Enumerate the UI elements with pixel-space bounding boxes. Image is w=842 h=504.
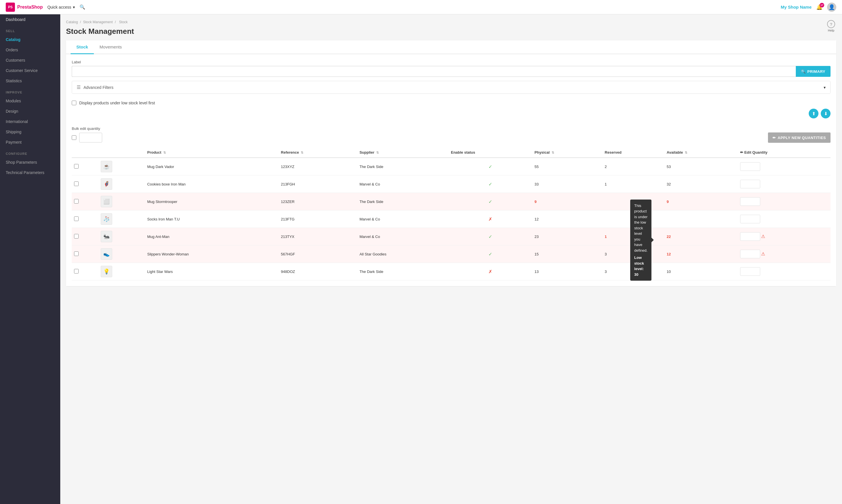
sidebar-item-international[interactable]: International (0, 116, 60, 127)
warning-icon-5: ⚠ (761, 234, 765, 239)
col-reference[interactable]: Reference ⇅ (279, 147, 357, 158)
sidebar-item-statistics[interactable]: Statistics (0, 76, 60, 86)
table-row: 💡Light Star Wars948DOZThe Dark Side✗1331… (72, 263, 830, 281)
row-checkbox-4[interactable] (74, 216, 79, 221)
col-available[interactable]: Available ⇅ (664, 147, 738, 158)
sidebar-item-payment[interactable]: Payment (0, 137, 60, 147)
sort-arrows-supplier: ⇅ (376, 151, 379, 154)
notifications-badge: 17 (820, 3, 824, 7)
tab-movements[interactable]: Movements (94, 40, 128, 54)
row-checkbox-3[interactable] (74, 199, 79, 203)
edit-quantity-input-7[interactable] (740, 267, 760, 276)
upload-button[interactable]: ⬆ (809, 109, 819, 119)
row-checkbox-7[interactable] (74, 269, 79, 273)
bulk-row-left (72, 133, 102, 143)
sort-arrows-physical: ⇅ (552, 151, 554, 154)
col-product[interactable]: Product ⇅ (145, 147, 279, 158)
bulk-quantity-input[interactable] (79, 133, 102, 143)
user-avatar-button[interactable]: 👤 (827, 3, 836, 12)
col-reserved: Reserved (602, 147, 664, 158)
help-icon: ? (827, 20, 835, 28)
table-header-row: Product ⇅ Reference ⇅ Supplier ⇅ Enable … (72, 147, 830, 158)
apply-btn-label: APPLY NEW QUANTITIES (778, 136, 826, 140)
sidebar-item-shipping[interactable]: Shipping (0, 127, 60, 137)
breadcrumb-stock: Stock (119, 20, 128, 24)
sidebar-item-shop-parameters[interactable]: Shop Parameters (0, 157, 60, 167)
product-thumb-7: 💡 (101, 266, 112, 277)
product-name-2: Cookies boxe Iron Man (147, 182, 186, 186)
sidebar-item-customer-service[interactable]: Customer Service (0, 65, 60, 76)
row-checkbox-2[interactable] (74, 181, 79, 186)
label-text: Label (72, 60, 830, 64)
search-row: 🔍 PRIMARY (72, 66, 830, 77)
col-supplier[interactable]: Supplier ⇅ (357, 147, 449, 158)
search-icon-button[interactable]: 🔍 (80, 4, 85, 10)
bulk-select-all-checkbox[interactable] (72, 135, 76, 140)
row-checkbox-5[interactable] (74, 234, 79, 238)
breadcrumb-stock-management[interactable]: Stock Management (83, 20, 113, 24)
stock-table-wrapper: Product ⇅ Reference ⇅ Supplier ⇅ Enable … (66, 147, 836, 286)
help-button[interactable]: ? Help (827, 20, 835, 32)
product-name-4: Socks Iron Man T.U (147, 217, 179, 221)
physical-qty-2: 33 (532, 176, 603, 193)
pencil-icon: ✏ (773, 136, 776, 140)
advanced-filters-toggle[interactable]: ☰ Advanced Filters ▾ (72, 81, 830, 93)
sidebar-item-orders[interactable]: Orders (0, 45, 60, 55)
edit-quantity-input-1[interactable] (740, 162, 760, 171)
product-thumb-6: 👟 (101, 248, 112, 260)
physical-qty-3: 9 (532, 193, 603, 211)
sidebar-item-dashboard[interactable]: Dashboard (0, 14, 60, 25)
row-checkbox-6[interactable] (74, 251, 79, 256)
chevron-down-icon: ▾ (73, 5, 75, 10)
header-left: PS PrestaShop Quick access ▾ 🔍 (6, 3, 85, 12)
apply-new-quantities-button[interactable]: ✏ APPLY NEW QUANTITIES (768, 132, 830, 143)
search-primary-button[interactable]: 🔍 PRIMARY (796, 66, 830, 77)
tab-stock[interactable]: Stock (71, 40, 94, 54)
available-qty-2: 32 (664, 176, 738, 193)
table-row: ☕Mug Dark Vador123XYZThe Dark Side✓55253 (72, 158, 830, 176)
sidebar: Dashboard SELL Catalog Orders Customers … (0, 14, 60, 504)
sidebar-section-configure: CONFIGURE (0, 147, 60, 157)
product-name-7: Light Star Wars (147, 269, 173, 274)
edit-quantity-input-3[interactable] (740, 197, 760, 206)
table-row: 🐜Mug Ant-Man213TYXMarvel & Co✓23122 ⚠ (72, 228, 830, 246)
row-checkbox-1[interactable] (74, 164, 79, 168)
shop-name[interactable]: My Shop Name (780, 5, 812, 10)
table-row: 🦸Cookies boxe Iron Man213FGHMarvel & Co✓… (72, 176, 830, 193)
bulk-edit-label: Bulk edit quantity (72, 126, 830, 131)
available-qty-6: 12 (664, 246, 738, 263)
status-enabled-3: ✓ (488, 199, 492, 204)
download-button[interactable]: ⬇ (821, 109, 830, 119)
page-title: Stock Management (66, 27, 836, 36)
notifications-button[interactable]: 🔔 17 (816, 4, 823, 10)
advanced-filters-left: ☰ Advanced Filters (76, 85, 113, 90)
warning-icon-6: ⚠ (761, 251, 765, 256)
sidebar-item-customers[interactable]: Customers (0, 55, 60, 65)
header-right: My Shop Name 🔔 17 👤 (780, 3, 836, 12)
status-enabled-5: ✓ (488, 234, 492, 239)
logo-text: PrestaShop (17, 5, 43, 10)
sort-arrows-reference: ⇅ (301, 151, 303, 154)
edit-quantity-input-6[interactable] (740, 250, 760, 258)
product-reference-4: 213FTG (279, 211, 357, 228)
low-stock-label[interactable]: Display products under low stock level f… (79, 101, 155, 105)
edit-quantity-input-5[interactable] (740, 232, 760, 241)
product-reference-3: 123ZER (279, 193, 357, 211)
edit-quantity-input-2[interactable] (740, 180, 760, 188)
status-disabled-4: ✗ (488, 217, 492, 222)
tabs-bar: Stock Movements (66, 40, 836, 54)
search-btn-label: PRIMARY (807, 69, 825, 74)
sidebar-item-modules[interactable]: Modules (0, 96, 60, 106)
sidebar-item-technical-parameters[interactable]: Technical Parameters (0, 167, 60, 178)
low-stock-checkbox[interactable] (72, 101, 76, 105)
label-search-input[interactable] (72, 66, 796, 77)
edit-quantity-input-4[interactable] (740, 215, 760, 223)
breadcrumb-catalog[interactable]: Catalog (66, 20, 78, 24)
quick-access-button[interactable]: Quick access ▾ (47, 5, 75, 10)
product-thumb-3: ⬜ (101, 196, 112, 207)
physical-qty-5: 23 (532, 228, 603, 246)
physical-qty-1: 55 (532, 158, 603, 176)
col-physical[interactable]: Physical ⇅ (532, 147, 603, 158)
sidebar-item-design[interactable]: Design (0, 106, 60, 116)
sidebar-item-catalog[interactable]: Catalog (0, 34, 60, 45)
